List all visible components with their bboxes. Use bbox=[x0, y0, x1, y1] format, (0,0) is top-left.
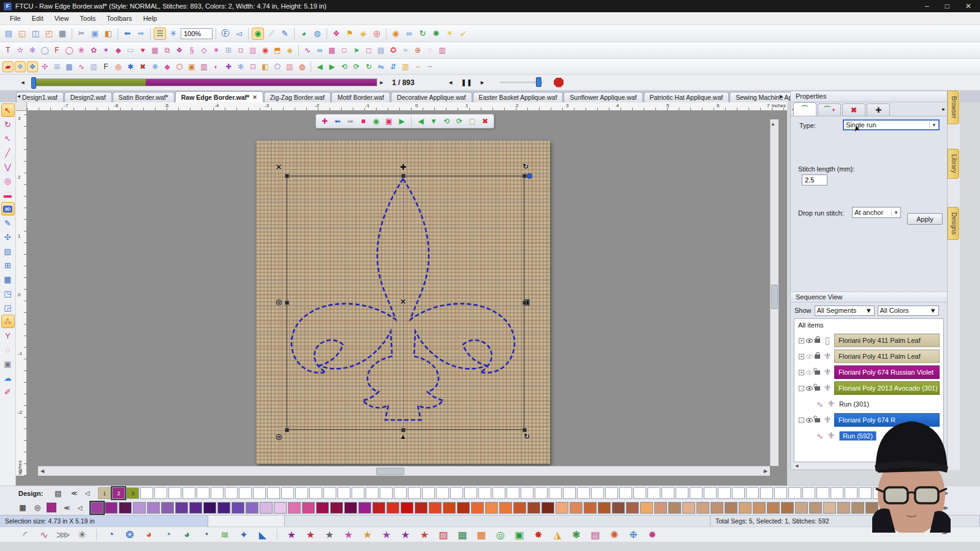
properties-tab-next-icon[interactable]: ▸ bbox=[942, 106, 945, 112]
design-chip-empty[interactable] bbox=[450, 487, 463, 499]
sort-colors-icon[interactable]: ❖ bbox=[330, 28, 342, 40]
star-magenta-icon[interactable]: ★ bbox=[342, 528, 355, 541]
palette-chip[interactable] bbox=[556, 502, 568, 514]
design-chip-empty[interactable] bbox=[507, 487, 519, 499]
vertical-scroll-thumb[interactable] bbox=[771, 285, 778, 309]
heart-motif-icon[interactable]: ♥ bbox=[137, 45, 148, 56]
copy-icon[interactable]: ▣ bbox=[89, 28, 101, 40]
mesh-tool-icon[interactable]: ▤ bbox=[375, 45, 386, 56]
selection-resize-square[interactable] bbox=[401, 428, 405, 432]
lattice-square-icon[interactable]: ▤ bbox=[589, 528, 602, 541]
snap-grid-icon[interactable]: ❖ bbox=[15, 61, 26, 72]
pan-tool[interactable]: ✣ bbox=[1, 230, 15, 244]
lock-icon[interactable] bbox=[815, 418, 820, 422]
eye-icon[interactable] bbox=[806, 339, 813, 343]
selection-rotate2-handle[interactable]: ↻ bbox=[522, 432, 532, 441]
visibility[interactable] bbox=[806, 370, 813, 375]
palette-chip[interactable] bbox=[527, 502, 540, 514]
ring-motif-icon[interactable]: ◯ bbox=[64, 45, 75, 56]
design-back-all-icon[interactable]: ≪ bbox=[71, 490, 77, 497]
target-tool-icon[interactable]: ◎ bbox=[113, 61, 124, 72]
palette-chip[interactable] bbox=[372, 502, 385, 514]
scroll-left-icon[interactable]: ◀ bbox=[38, 468, 47, 474]
hex-tool-icon[interactable]: ⬡ bbox=[174, 61, 185, 72]
eye-icon[interactable] bbox=[806, 418, 813, 422]
view-3d-tool[interactable]: 3D bbox=[1, 202, 15, 216]
monogram-star-icon[interactable]: ✫ bbox=[15, 45, 26, 56]
design-chip-empty[interactable] bbox=[281, 487, 294, 499]
sparkle-motif-icon[interactable]: ✷ bbox=[211, 45, 222, 56]
lasso-tool[interactable]: ◌ bbox=[1, 343, 15, 356]
rotate-icon[interactable]: ↻ bbox=[417, 28, 429, 40]
visibility[interactable] bbox=[806, 386, 813, 391]
dot-frame-icon[interactable]: ◉ bbox=[371, 116, 382, 127]
hatch-badge-icon[interactable]: ▭ bbox=[125, 45, 136, 56]
cut-icon[interactable]: ✂ bbox=[75, 28, 88, 40]
sequence-item[interactable]: +▯Floriani Poly 411 Palm Leaf bbox=[798, 332, 943, 348]
palette-chip[interactable] bbox=[513, 502, 526, 514]
palette-chip[interactable] bbox=[640, 502, 653, 514]
globe-icon[interactable]: ◍ bbox=[311, 28, 323, 40]
chain-tool-icon[interactable]: ∞ bbox=[314, 45, 325, 56]
rotate-cw-icon[interactable]: ⟳ bbox=[454, 116, 465, 127]
palette-chip[interactable] bbox=[443, 502, 456, 514]
grid-motif-icon[interactable]: ⊞ bbox=[223, 45, 234, 56]
star-tool-icon[interactable]: ✪ bbox=[388, 45, 399, 56]
tab-scroll-left-icon[interactable]: ◂ bbox=[17, 92, 20, 99]
lock-design-icon[interactable]: ◈ bbox=[357, 28, 369, 40]
checker-fan-icon[interactable]: ◔ bbox=[199, 528, 213, 541]
gem-motif-icon[interactable]: ◇ bbox=[198, 45, 209, 56]
tag-tool-icon[interactable]: ◧ bbox=[260, 61, 271, 72]
selection-resize-square[interactable] bbox=[401, 174, 405, 178]
paste-icon[interactable]: ◧ bbox=[102, 28, 115, 40]
card-motif-icon[interactable]: ⧉ bbox=[162, 45, 173, 56]
palette-chip[interactable] bbox=[232, 502, 244, 514]
star-purple-icon[interactable]: ★ bbox=[285, 528, 298, 541]
maximize-button[interactable]: □ bbox=[945, 2, 949, 10]
burst-icon[interactable]: ✺ bbox=[608, 528, 621, 541]
star-chevron-icon[interactable]: ★ bbox=[380, 528, 393, 541]
selection-rotate-handle[interactable]: ↻ bbox=[521, 162, 530, 171]
delete-x-icon[interactable]: ✖ bbox=[480, 116, 491, 127]
palette-chip[interactable] bbox=[570, 502, 582, 514]
backdrop-tool[interactable]: ▨ bbox=[1, 244, 15, 258]
dot-motif-icon[interactable]: ◉ bbox=[260, 45, 271, 56]
thread-color-label[interactable]: Floriani Poly 674 Russian Violet bbox=[834, 365, 940, 379]
border-motif-icon[interactable]: ▦ bbox=[149, 45, 160, 56]
design-chip-empty[interactable] bbox=[535, 487, 548, 499]
patch-motif-icon[interactable]: ⬒ bbox=[272, 45, 283, 56]
palette-back-all-icon[interactable]: ≪ bbox=[64, 504, 70, 511]
design-chip-empty[interactable] bbox=[183, 487, 195, 499]
pinwheel-icon[interactable]: ✹ bbox=[646, 528, 659, 541]
play-back-icon[interactable]: ◂ bbox=[449, 78, 453, 86]
flower-motif-icon[interactable]: ❀ bbox=[76, 45, 87, 56]
menu-file[interactable]: File bbox=[5, 13, 26, 23]
design-chip-empty[interactable] bbox=[436, 487, 449, 499]
pin-icon[interactable]: ➶ bbox=[457, 28, 469, 40]
disc-tool-icon[interactable]: ◍ bbox=[296, 61, 307, 72]
palette-chip[interactable] bbox=[330, 502, 343, 514]
segments-filter-dropdown[interactable]: All Segments▼ bbox=[815, 305, 875, 316]
palette-chip[interactable] bbox=[612, 502, 625, 514]
design-chip-empty[interactable] bbox=[380, 487, 393, 499]
circle-frame-icon[interactable]: ◯ bbox=[39, 45, 50, 56]
settings-gear-icon[interactable]: ✳ bbox=[167, 28, 179, 40]
palette-chip[interactable] bbox=[302, 502, 315, 514]
tab-decorative-applique-waf[interactable]: Decorative Applique.waf bbox=[391, 92, 472, 102]
design-chip-empty[interactable] bbox=[760, 487, 773, 499]
palette-chip[interactable] bbox=[809, 502, 822, 514]
tab-close-icon[interactable]: ✕ bbox=[252, 94, 257, 100]
grid-lines-icon[interactable]: ⊞ bbox=[51, 61, 62, 72]
star-chevron2-icon[interactable]: ★ bbox=[399, 528, 412, 541]
side-tab-browser[interactable]: Browser bbox=[948, 91, 959, 124]
orange-square-icon[interactable]: ▦ bbox=[475, 528, 488, 541]
design-chip-empty[interactable] bbox=[831, 487, 843, 499]
select-arrow-tool[interactable]: ↖ bbox=[1, 103, 15, 117]
design-chip-empty[interactable] bbox=[746, 487, 759, 499]
align-tool-icon[interactable]: ▥ bbox=[400, 61, 411, 72]
palette-chip[interactable] bbox=[316, 502, 329, 514]
node-tool-icon[interactable]: ✚ bbox=[319, 116, 330, 127]
palette-chip[interactable] bbox=[541, 502, 554, 514]
rotate-ccw-icon[interactable]: ⟲ bbox=[441, 116, 452, 127]
pleated-fan-icon[interactable]: ◔ bbox=[161, 528, 175, 541]
